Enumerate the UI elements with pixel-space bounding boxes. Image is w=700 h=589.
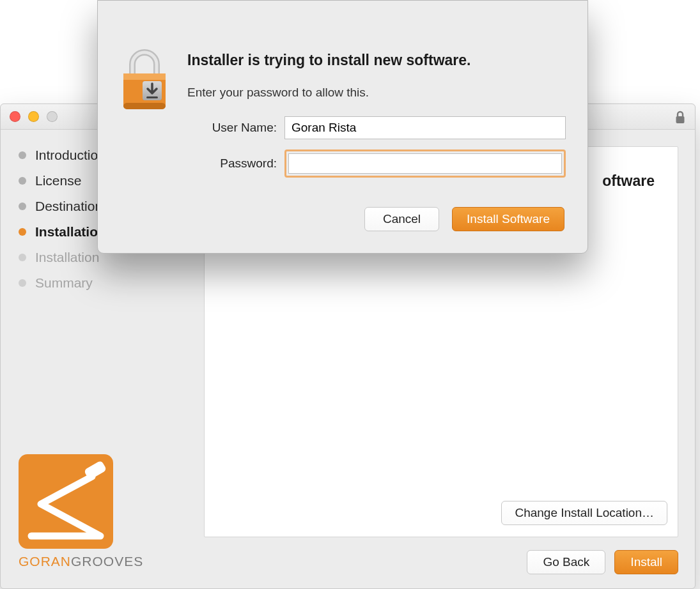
minimize-window-button[interactable]: [28, 111, 39, 122]
svg-rect-0: [676, 116, 685, 123]
auth-main: Installer is trying to install new softw…: [187, 20, 566, 231]
password-row: Password:: [187, 149, 566, 178]
svg-rect-4: [123, 103, 166, 109]
bullet-icon: [19, 254, 26, 261]
svg-rect-7: [146, 96, 158, 98]
svg-rect-3: [123, 73, 166, 80]
username-row: User Name:: [187, 116, 566, 139]
brand-suffix: GROOVES: [71, 554, 143, 569]
username-input[interactable]: [284, 116, 566, 139]
install-software-button[interactable]: Install Software: [452, 207, 564, 231]
brand-logo: GORANGROOVES: [19, 454, 204, 569]
step-label: Summary: [35, 275, 93, 291]
brand-text: GORANGROOVES: [19, 554, 204, 569]
auth-dialog: Installer is trying to install new softw…: [97, 0, 588, 254]
brand-mark: [19, 454, 113, 549]
brand-prefix: GORAN: [19, 554, 71, 569]
change-install-location-button[interactable]: Change Install Location…: [501, 501, 667, 525]
window-controls: [10, 111, 58, 122]
step-label: License: [35, 173, 81, 188]
cancel-button[interactable]: Cancel: [364, 207, 439, 231]
lock-download-icon: [117, 20, 187, 231]
password-label: Password:: [187, 157, 277, 171]
go-back-button[interactable]: Go Back: [527, 550, 605, 574]
bullet-icon: [19, 177, 26, 185]
password-input[interactable]: [288, 153, 562, 174]
install-button[interactable]: Install: [614, 550, 678, 574]
bullet-icon: [19, 279, 26, 287]
zoom-window-button[interactable]: [47, 111, 58, 122]
step-summary: Summary: [19, 275, 204, 291]
auth-buttons: Cancel Install Software: [187, 207, 566, 231]
bullet-icon: [19, 228, 26, 236]
auth-title: Installer is trying to install new softw…: [187, 52, 566, 69]
bullet-icon: [19, 203, 26, 210]
auth-subtitle: Enter your password to allow this.: [187, 86, 566, 100]
username-label: User Name:: [187, 121, 277, 135]
lock-icon: [674, 111, 686, 125]
close-window-button[interactable]: [10, 111, 20, 122]
bullet-icon: [19, 151, 26, 159]
content-heading: oftware: [602, 172, 655, 190]
password-focus-ring: [284, 149, 566, 178]
step-label: Introduction: [35, 148, 105, 163]
step-label: Installation: [35, 250, 99, 265]
footer-buttons: Go Back Install: [527, 550, 678, 574]
